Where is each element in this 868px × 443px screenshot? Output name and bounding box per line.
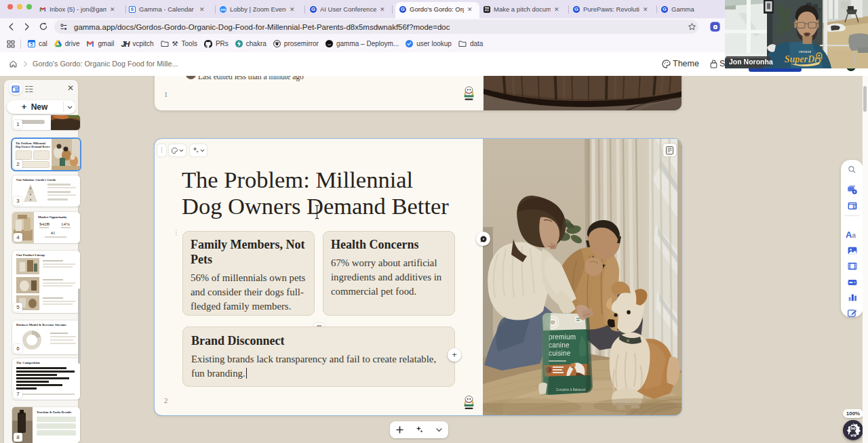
- svg-text:Jon Noronha: Jon Noronha: [729, 58, 773, 66]
- svg-text:VINTAGE: VINTAGE: [799, 50, 812, 54]
- svg-text:5: 5: [31, 42, 33, 47]
